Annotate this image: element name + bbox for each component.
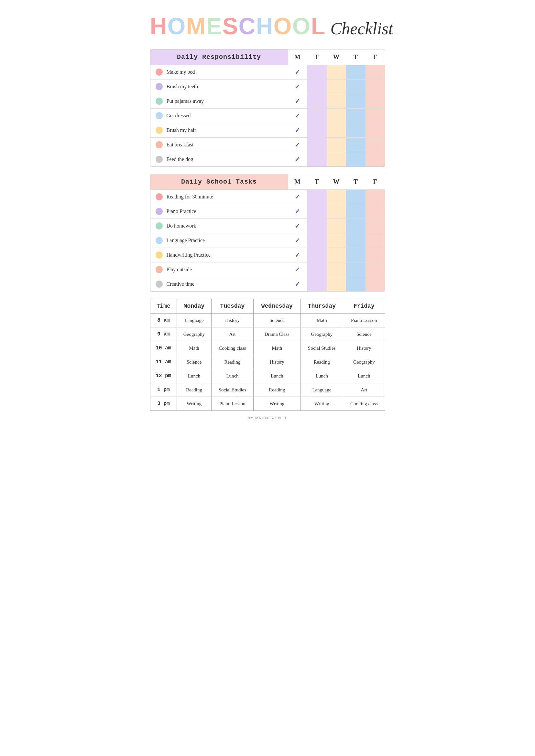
subject-cell: Geography [343, 355, 385, 369]
resp-day-wed: W [327, 49, 346, 65]
task-label: Creative time [151, 277, 288, 291]
check-thu[interactable] [346, 79, 366, 94]
check-tue[interactable] [307, 65, 327, 79]
check-thu[interactable] [346, 94, 366, 108]
check-wed[interactable] [327, 233, 346, 248]
check-wed[interactable] [327, 248, 346, 262]
check-tue[interactable] [307, 277, 327, 291]
table-row: Language Practice ✓ [151, 233, 385, 248]
check-thu[interactable] [346, 219, 366, 233]
check-mon[interactable]: ✓ [288, 109, 307, 123]
check-mon[interactable]: ✓ [288, 277, 307, 291]
check-thu[interactable] [346, 190, 366, 204]
check-fri[interactable] [366, 123, 385, 137]
check-wed[interactable] [327, 190, 346, 204]
check-tue[interactable] [307, 262, 327, 277]
subject-cell: Reading [300, 355, 343, 369]
table-row: Put pajamas away ✓ [151, 94, 385, 108]
check-wed[interactable] [327, 65, 346, 79]
dot-icon [155, 266, 163, 273]
subject-cell: Writing [177, 397, 211, 411]
check-tue[interactable] [307, 204, 327, 219]
check-wed[interactable] [327, 79, 346, 94]
check-mon[interactable]: ✓ [288, 233, 307, 248]
check-mon[interactable]: ✓ [288, 262, 307, 277]
check-wed[interactable] [327, 152, 346, 167]
check-mon[interactable]: ✓ [288, 138, 307, 152]
check-mon[interactable]: ✓ [288, 94, 307, 108]
check-wed[interactable] [327, 204, 346, 219]
check-wed[interactable] [327, 138, 346, 152]
resp-day-tue: T [307, 49, 327, 65]
check-fri[interactable] [366, 233, 385, 248]
check-fri[interactable] [366, 204, 385, 219]
letter-m: M [186, 13, 206, 40]
letter-o1: O [168, 13, 186, 40]
letter-h: H [150, 13, 168, 40]
check-wed[interactable] [327, 94, 346, 108]
check-thu[interactable] [346, 248, 366, 262]
check-thu[interactable] [346, 138, 366, 152]
check-tue[interactable] [307, 123, 327, 137]
check-wed[interactable] [327, 262, 346, 277]
resp-day-fri: F [366, 49, 385, 65]
check-tue[interactable] [307, 94, 327, 108]
check-fri[interactable] [366, 94, 385, 108]
school-day-fri: F [366, 174, 385, 189]
check-fri[interactable] [366, 65, 385, 79]
check-thu[interactable] [346, 123, 366, 137]
check-fri[interactable] [366, 79, 385, 94]
subject-cell: Science [177, 355, 211, 369]
subject-cell: Geography [177, 327, 211, 341]
check-mon[interactable]: ✓ [288, 123, 307, 137]
check-mon[interactable]: ✓ [288, 65, 307, 79]
check-mon[interactable]: ✓ [288, 190, 307, 204]
check-fri[interactable] [366, 248, 385, 262]
check-fri[interactable] [366, 152, 385, 167]
subject-cell: Lunch [177, 369, 211, 383]
check-fri[interactable] [366, 277, 385, 291]
check-tue[interactable] [307, 79, 327, 94]
check-mon[interactable]: ✓ [288, 219, 307, 233]
check-mon[interactable]: ✓ [288, 248, 307, 262]
check-mon[interactable]: ✓ [288, 79, 307, 94]
table-row: 11 amScienceReadingHistoryReadingGeograp… [150, 355, 385, 369]
check-fri[interactable] [366, 138, 385, 152]
schedule-body: 8 amLanguageHistoryScienceMathPiano Less… [150, 313, 385, 411]
check-tue[interactable] [307, 152, 327, 167]
check-wed[interactable] [327, 123, 346, 137]
check-tue[interactable] [307, 109, 327, 123]
check-mon[interactable]: ✓ [288, 152, 307, 167]
check-thu[interactable] [346, 65, 366, 79]
check-wed[interactable] [327, 219, 346, 233]
check-fri[interactable] [366, 262, 385, 277]
check-tue[interactable] [307, 190, 327, 204]
check-thu[interactable] [346, 233, 366, 248]
check-thu[interactable] [346, 277, 366, 291]
subject-cell: Art [211, 327, 253, 341]
dot-icon [155, 281, 163, 288]
check-tue[interactable] [307, 248, 327, 262]
homeschool-title: H O M E S C H O O L [150, 13, 326, 40]
check-thu[interactable] [346, 262, 366, 277]
subject-cell: Lunch [343, 369, 385, 383]
school-day-tue: T [307, 174, 327, 189]
check-tue[interactable] [307, 233, 327, 248]
subject-cell: Science [254, 313, 300, 327]
check-wed[interactable] [327, 277, 346, 291]
table-row: Play outside ✓ [151, 262, 385, 277]
subject-cell: Piano Lesson [343, 313, 385, 327]
check-fri[interactable] [366, 219, 385, 233]
check-fri[interactable] [366, 109, 385, 123]
task-label: Put pajamas away [151, 94, 288, 108]
check-fri[interactable] [366, 190, 385, 204]
check-thu[interactable] [346, 109, 366, 123]
check-tue[interactable] [307, 219, 327, 233]
check-thu[interactable] [346, 204, 366, 219]
check-thu[interactable] [346, 152, 366, 167]
check-mon[interactable]: ✓ [288, 204, 307, 219]
check-tue[interactable] [307, 138, 327, 152]
subject-cell: Reading [211, 355, 253, 369]
dot-icon [155, 112, 163, 119]
check-wed[interactable] [327, 109, 346, 123]
